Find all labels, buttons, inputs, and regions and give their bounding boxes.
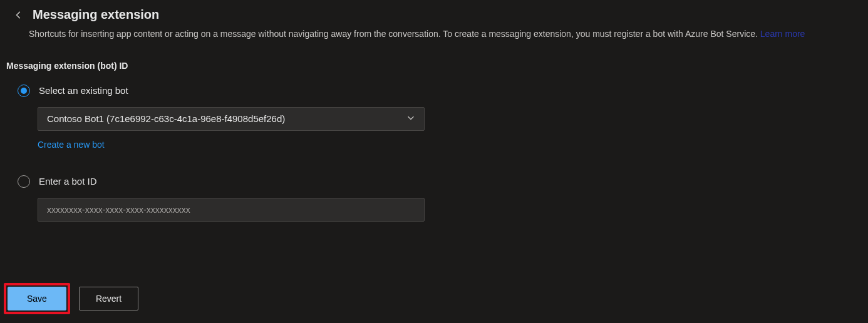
save-button[interactable]: Save bbox=[8, 287, 66, 310]
bot-id-input[interactable] bbox=[38, 198, 425, 222]
radio-enter-bot-id[interactable] bbox=[18, 175, 30, 188]
page-description-text: Shortcuts for inserting app content or a… bbox=[29, 29, 760, 39]
radio-select-existing[interactable] bbox=[18, 85, 30, 97]
section-title: Messaging extension (bot) ID bbox=[6, 61, 850, 71]
create-new-bot-link[interactable]: Create a new bot bbox=[38, 140, 105, 150]
existing-bot-dropdown[interactable]: Contoso Bot1 (7c1e6992-c63c-4c1a-96e8-f4… bbox=[38, 107, 425, 131]
back-chevron-icon[interactable] bbox=[13, 9, 25, 21]
dropdown-value: Contoso Bot1 (7c1e6992-c63c-4c1a-96e8-f4… bbox=[47, 113, 285, 124]
radio-select-existing-label: Select an existing bot bbox=[39, 85, 128, 96]
page-description: Shortcuts for inserting app content or a… bbox=[29, 28, 850, 41]
radio-enter-bot-id-label: Enter a bot ID bbox=[39, 176, 97, 187]
revert-button[interactable]: Revert bbox=[79, 287, 138, 310]
page-title: Messaging extension bbox=[33, 8, 159, 22]
chevron-down-icon bbox=[406, 113, 415, 125]
save-button-highlight: Save bbox=[4, 283, 70, 314]
learn-more-link[interactable]: Learn more bbox=[760, 29, 805, 39]
